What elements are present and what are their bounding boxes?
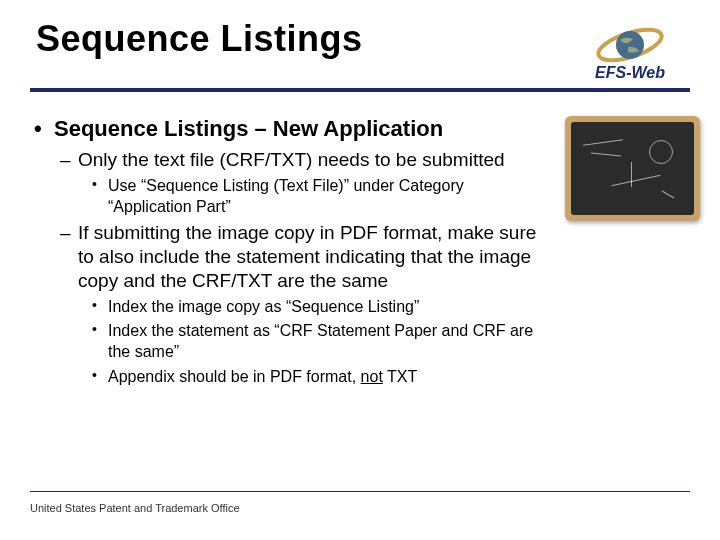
sub2c-not: not [361,368,383,385]
bullet-list: Sequence Listings – New Application Only… [30,116,540,388]
footer-text: United States Patent and Trademark Offic… [30,502,240,514]
sub2c-prefix: Appendix should be in PDF format, [108,368,361,385]
efs-web-text: EFS-Web [595,64,665,82]
title-row: Sequence Listings EFS-Web [30,18,690,82]
bullet-sub1a: Use “Sequence Listing (Text File)” under… [30,176,540,218]
bullet-sub2c: Appendix should be in PDF format, not TX… [30,367,540,388]
title-rule [30,88,690,92]
slide-title: Sequence Listings [30,18,363,60]
sub2c-suffix: TXT [383,368,417,385]
slide: Sequence Listings EFS-Web [0,0,720,540]
bullet-sub1: Only the text file (CRF/TXT) needs to be… [30,148,540,172]
globe-ring-icon [595,22,665,68]
bullet-sub2: If submitting the image copy in PDF form… [30,221,540,292]
chalkboard-image [565,116,700,221]
bullet-sub2a: Index the image copy as “Sequence Listin… [30,297,540,318]
svg-point-1 [616,31,644,59]
bullet-sub2b: Index the statement as “CRF Statement Pa… [30,321,540,363]
bullet-main: Sequence Listings – New Application [30,116,540,142]
content-area: Sequence Listings – New Application Only… [30,116,690,388]
footer-rule [30,491,690,493]
efs-web-logo: EFS-Web [570,22,690,82]
